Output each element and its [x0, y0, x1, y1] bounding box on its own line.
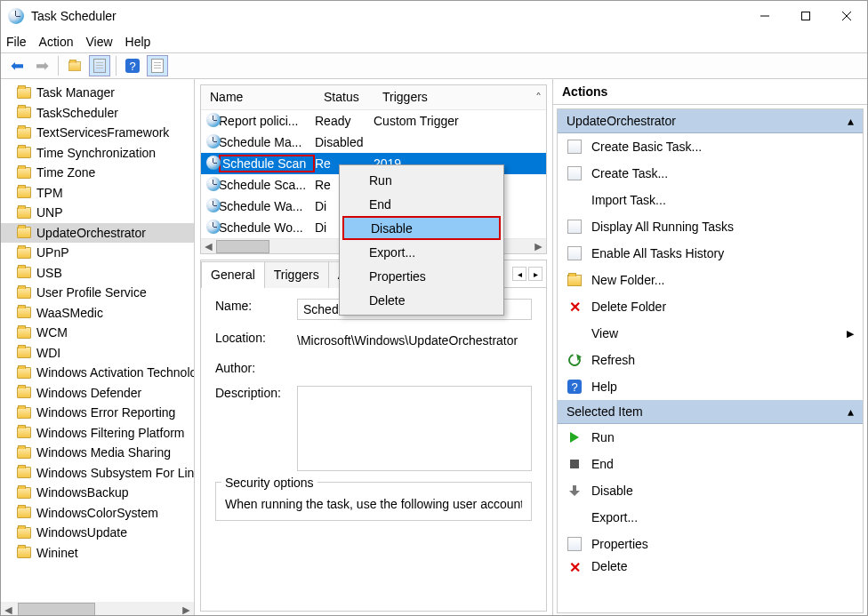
action-delete-folder[interactable]: ✕Delete Folder	[558, 293, 863, 320]
app-icon	[8, 8, 24, 24]
action-import-task[interactable]: Import Task...	[558, 187, 863, 213]
context-menu-delete[interactable]: Delete	[342, 288, 501, 312]
toolbar: ⬅ ➡ ?	[1, 52, 867, 79]
action-create-basic-task[interactable]: Create Basic Task...	[558, 133, 863, 160]
tree-item-unp[interactable]: UNP	[1, 203, 194, 223]
tree-item-windows-error-reporting[interactable]: Windows Error Reporting	[1, 403, 194, 423]
down-arrow-icon	[569, 485, 580, 496]
tree-item-wininet[interactable]: Wininet	[1, 543, 194, 564]
menu-file[interactable]: File	[6, 35, 27, 49]
clock-icon	[206, 113, 221, 127]
clock-icon	[206, 220, 221, 234]
action-create-task[interactable]: Create Task...	[558, 160, 863, 187]
action-refresh[interactable]: Refresh	[558, 347, 863, 373]
tree-item-textservicesframework[interactable]: TextServicesFramework	[1, 123, 194, 143]
action-label: New Folder...	[591, 273, 664, 287]
label-location: Location:	[215, 331, 297, 350]
help-button[interactable]: ?	[122, 55, 143, 76]
folder-icon	[17, 207, 31, 219]
task-row[interactable]: Schedule Ma...Disabled	[201, 132, 546, 153]
page-icon	[567, 166, 582, 180]
action-help[interactable]: ?Help	[558, 373, 863, 400]
tab-general[interactable]: General	[201, 261, 265, 288]
tree-item-time-synchronization[interactable]: Time Synchronization	[1, 143, 194, 164]
menu-action[interactable]: Action	[39, 35, 74, 49]
menu-view[interactable]: View	[85, 35, 112, 49]
action-delete[interactable]: ✕Delete	[558, 557, 863, 572]
forward-button: ➡	[31, 55, 52, 76]
tree-item-windows-filtering-platform[interactable]: Windows Filtering Platform	[1, 423, 194, 444]
action-run[interactable]: Run	[558, 424, 863, 451]
tree-item-label: WDI	[36, 346, 60, 360]
actions-section-orchestrator[interactable]: UpdateOrchestrator▴	[558, 109, 863, 133]
show-action-pane-button[interactable]	[64, 55, 85, 76]
context-menu: RunEndDisableExport...PropertiesDelete	[339, 164, 504, 316]
action-display-all-running-tasks[interactable]: Display All Running Tasks	[558, 213, 863, 240]
tree-item-label: WindowsColorSystem	[36, 506, 158, 520]
minimize-button[interactable]	[744, 3, 785, 29]
tree-item-user-profile-service[interactable]: User Profile Service	[1, 283, 194, 303]
close-button[interactable]	[826, 3, 867, 29]
column-header-status[interactable]: Status	[315, 85, 374, 109]
tree-item-label: Wininet	[36, 546, 78, 560]
action-export[interactable]: Export...	[558, 504, 863, 531]
context-menu-export[interactable]: Export...	[342, 240, 501, 264]
action-new-folder[interactable]: New Folder...	[558, 267, 863, 293]
page-icon	[567, 246, 582, 260]
folder-icon	[17, 87, 31, 99]
security-options-group: Security options When running the task, …	[215, 482, 532, 521]
task-row[interactable]: Report polici...ReadyCustom Trigger	[201, 110, 546, 132]
back-button[interactable]: ⬅	[6, 55, 28, 76]
tree-item-windows-subsystem-for-linux[interactable]: Windows Subsystem For Linux	[1, 463, 194, 484]
scroll-up-button[interactable]: ˄	[530, 85, 546, 109]
tree-item-label: User Profile Service	[36, 285, 147, 300]
tree-item-updateorchestrator[interactable]: UpdateOrchestrator	[1, 223, 194, 244]
tree-item-taskscheduler[interactable]: TaskScheduler	[1, 103, 194, 124]
tab-scroll-right[interactable]: ▸	[528, 267, 542, 281]
panel-button[interactable]	[147, 55, 168, 76]
action-label: Create Basic Task...	[591, 140, 702, 154]
action-label: Refresh	[591, 353, 635, 367]
context-menu-disable[interactable]: Disable	[342, 216, 501, 240]
tree-item-task-manager[interactable]: Task Manager	[1, 83, 194, 103]
window-controls	[744, 3, 867, 29]
tree-item-windowscolorsystem[interactable]: WindowsColorSystem	[1, 503, 194, 524]
tree-item-wdi[interactable]: WDI	[1, 343, 194, 364]
maximize-button[interactable]	[785, 3, 826, 29]
security-legend: Security options	[221, 476, 317, 490]
action-end[interactable]: End	[558, 451, 863, 477]
tab-triggers[interactable]: Triggers	[264, 261, 329, 288]
tree-item-time-zone[interactable]: Time Zone	[1, 163, 194, 183]
column-header-name[interactable]: Name	[201, 85, 315, 109]
context-menu-end[interactable]: End	[342, 192, 501, 216]
tab-scroll-left[interactable]: ◂	[512, 267, 526, 281]
column-header-triggers[interactable]: Triggers	[374, 85, 530, 109]
tree-item-tpm[interactable]: TPM	[1, 183, 194, 204]
menu-help[interactable]: Help	[125, 35, 151, 49]
tree-horizontal-scrollbar[interactable]: ◄►	[1, 602, 194, 616]
field-description[interactable]	[297, 386, 532, 471]
play-icon	[570, 432, 579, 443]
tree-item-windowsupdate[interactable]: WindowsUpdate	[1, 523, 194, 543]
tree-item-upnp[interactable]: UPnP	[1, 243, 194, 263]
tree-item-label: Task Manager	[36, 85, 115, 100]
action-properties[interactable]: Properties	[558, 531, 863, 557]
tree-item-label: TaskScheduler	[36, 106, 118, 120]
action-disable[interactable]: Disable	[558, 477, 863, 504]
context-menu-properties[interactable]: Properties	[342, 264, 501, 288]
tree-item-windows-media-sharing[interactable]: Windows Media Sharing	[1, 443, 194, 463]
action-enable-all-tasks-history[interactable]: Enable All Tasks History	[558, 240, 863, 267]
tree-item-usb[interactable]: USB	[1, 263, 194, 284]
tree-item-windows-activation-technologies[interactable]: Windows Activation Technologies	[1, 363, 194, 383]
tree-item-wcm[interactable]: WCM	[1, 323, 194, 343]
tree-item-windows-defender[interactable]: Windows Defender	[1, 383, 194, 404]
tree-item-windowsbackup[interactable]: WindowsBackup	[1, 483, 194, 503]
context-menu-run[interactable]: Run	[342, 168, 501, 192]
action-view[interactable]: View▶	[558, 320, 863, 347]
actions-section-selected[interactable]: Selected Item▴	[558, 400, 863, 424]
folder-icon	[17, 327, 31, 339]
show-tree-button[interactable]	[89, 55, 110, 76]
tree-item-label: WCM	[36, 325, 68, 340]
tree-item-waasmedic[interactable]: WaaSMedic	[1, 303, 194, 324]
tree-item-label: Windows Filtering Platform	[36, 426, 185, 440]
